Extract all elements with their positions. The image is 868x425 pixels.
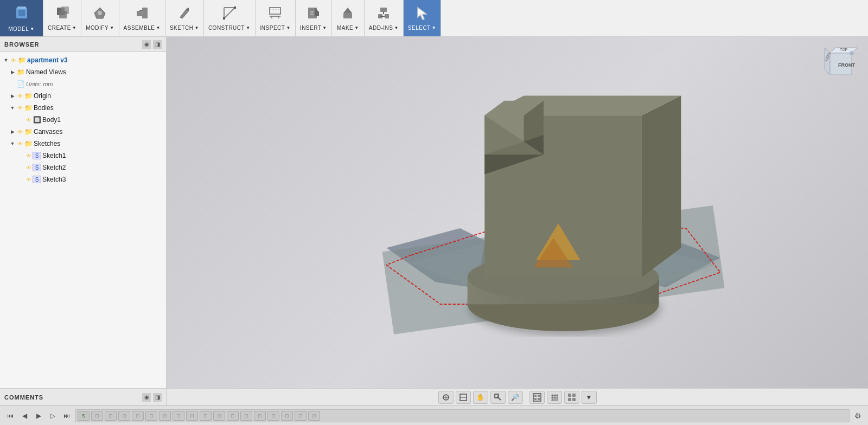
create-tool[interactable]: CREATE ▼ xyxy=(43,0,81,36)
construct-tool[interactable]: CONSTRUCT ▼ xyxy=(204,0,256,36)
tree-item-sketches[interactable]: 👁 📁 Sketches xyxy=(0,138,166,150)
zoom-out-btn[interactable]: 🔎 xyxy=(508,391,523,404)
origin-eye[interactable]: 👁 xyxy=(16,92,24,100)
sketches-label: Sketches xyxy=(34,140,60,147)
svg-rect-8 xyxy=(137,11,142,16)
modify-tool[interactable]: MODIFY ▼ xyxy=(81,0,119,36)
svg-text:FRONT: FRONT xyxy=(838,62,855,68)
origin-arrow[interactable] xyxy=(9,92,16,100)
timeline-item-4[interactable]: □ xyxy=(118,411,130,421)
timeline-track[interactable]: S □ □ □ □ □ □ □ □ □ □ □ □ □ □ □ □ □ xyxy=(75,409,850,422)
tree-item-body1[interactable]: 👁 🔲 Body1 xyxy=(0,114,166,126)
timeline-play-btn[interactable]: ▷ xyxy=(47,410,59,422)
view-cube[interactable]: FRONT LEFT TOP xyxy=(819,42,863,86)
render-mode-btn[interactable] xyxy=(529,391,545,404)
pan-btn[interactable]: ✋ xyxy=(473,391,488,404)
model-icon xyxy=(13,4,30,25)
root-label: apartment v3 xyxy=(27,56,68,64)
bodies-folder-icon: 📁 xyxy=(24,104,33,112)
timeline-next-btn[interactable]: ▶ xyxy=(33,410,44,422)
timeline-item-17[interactable]: □ xyxy=(295,411,307,421)
timeline-item-15[interactable]: □ xyxy=(267,411,279,421)
timeline-item-14[interactable]: □ xyxy=(254,411,266,421)
grid-snap-btn[interactable] xyxy=(438,391,454,404)
tree-item-bodies[interactable]: 👁 📁 Bodies xyxy=(0,102,166,114)
tree-item-units[interactable]: 📄 Units: mm xyxy=(0,78,166,90)
tree-item-namedviews[interactable]: 📁 Named Views xyxy=(0,66,166,78)
body1-label: Body1 xyxy=(42,116,61,124)
svg-rect-73 xyxy=(534,395,537,397)
zoom-fit-btn[interactable] xyxy=(490,391,506,404)
timeline-item-11[interactable]: □ xyxy=(213,411,225,421)
modify-icon xyxy=(92,5,107,24)
canvases-folder-icon: 📁 xyxy=(24,128,33,136)
sketch-tool[interactable]: SKETCH ▼ xyxy=(165,0,204,36)
tree-item-canvases[interactable]: 👁 📁 Canvases xyxy=(0,126,166,138)
namedviews-arrow[interactable] xyxy=(9,68,16,76)
view-options-btn[interactable] xyxy=(564,391,579,404)
origin-folder-icon: 📁 xyxy=(24,92,33,100)
3d-viewport[interactable]: FRONT LEFT TOP xyxy=(167,37,868,388)
tree-item-root[interactable]: 👁 📁 apartment v3 xyxy=(0,54,166,66)
sketch1-eye[interactable]: 👁 xyxy=(25,152,33,159)
bodies-arrow[interactable] xyxy=(9,104,16,112)
timeline-item-1[interactable]: S xyxy=(78,411,90,421)
timeline-item-7[interactable]: □ xyxy=(159,411,171,421)
timeline-prev-btn[interactable]: ◀ xyxy=(18,410,30,422)
main-area: BROWSER ◉ ◨ 👁 📁 apartment v3 📁 Named Vie… xyxy=(0,37,868,388)
sketches-eye[interactable]: 👁 xyxy=(16,140,24,147)
make-tool[interactable]: MAKE ▼ xyxy=(332,0,365,36)
inspect-tool[interactable]: INSPECT ▼ xyxy=(256,0,296,36)
bodies-label: Bodies xyxy=(34,104,54,112)
timeline-item-9[interactable]: □ xyxy=(186,411,198,421)
addins-tool[interactable]: ADD-INS ▼ xyxy=(365,0,404,36)
timeline-last-btn[interactable]: ⏭ xyxy=(61,410,73,422)
canvases-eye[interactable]: 👁 xyxy=(16,128,24,136)
sketch2-eye[interactable]: 👁 xyxy=(25,164,33,171)
tree-item-sketch1[interactable]: 👁 S Sketch1 xyxy=(0,150,166,162)
bodies-eye[interactable]: 👁 xyxy=(16,104,24,112)
timeline-item-3[interactable]: □ xyxy=(105,411,117,421)
insert-tool[interactable]: INSERT ▼ xyxy=(296,0,332,36)
root-eye[interactable]: 👁 xyxy=(10,56,17,64)
addins-label: ADD-INS ▼ xyxy=(369,25,399,31)
timeline-item-2[interactable]: □ xyxy=(91,411,103,421)
assemble-tool[interactable]: ASSEMBLE ▼ xyxy=(119,0,165,36)
timeline-bar: ⏮ ◀ ▶ ▷ ⏭ S □ □ □ □ □ □ □ □ □ □ □ □ □ □ … xyxy=(0,405,868,425)
sketch2-arrow xyxy=(17,164,25,171)
timeline-item-10[interactable]: □ xyxy=(200,411,212,421)
timeline-item-12[interactable]: □ xyxy=(227,411,239,421)
model-tool[interactable]: MODEL ▼ xyxy=(0,0,43,36)
timeline-settings-btn[interactable]: ⚙ xyxy=(852,410,864,422)
timeline-item-16[interactable]: □ xyxy=(281,411,293,421)
comments-settings-btn[interactable]: ◉ xyxy=(142,393,151,402)
timeline-item-13[interactable]: □ xyxy=(240,411,252,421)
units-folder-icon: 📄 xyxy=(16,80,25,88)
more-options-btn[interactable]: ▼ xyxy=(582,391,597,404)
main-toolbar: MODEL ▼ CREATE ▼ MODIFY ▼ xyxy=(0,0,868,37)
display-mode-btn[interactable] xyxy=(456,391,471,404)
sketch3-eye[interactable]: 👁 xyxy=(25,176,33,183)
browser-tree: 👁 📁 apartment v3 📁 Named Views 📄 Units: … xyxy=(0,52,166,388)
body1-eye[interactable]: 👁 xyxy=(25,116,33,124)
grid-display-btn[interactable] xyxy=(547,391,562,404)
timeline-item-8[interactable]: □ xyxy=(173,411,184,421)
browser-pin-btn[interactable]: ◉ xyxy=(142,40,151,49)
comments-collapse-btn[interactable]: ◨ xyxy=(153,393,162,402)
timeline-item-6[interactable]: □ xyxy=(145,411,157,421)
browser-collapse-btn[interactable]: ◨ xyxy=(153,40,162,49)
timeline-item-18[interactable]: □ xyxy=(308,411,320,421)
make-icon xyxy=(340,5,355,24)
tree-item-sketch2[interactable]: 👁 S Sketch2 xyxy=(0,162,166,173)
root-arrow[interactable] xyxy=(2,56,10,64)
status-bar: COMMENTS ◉ ◨ ✋ xyxy=(0,388,868,405)
tree-item-sketch3[interactable]: 👁 S Sketch3 xyxy=(0,173,166,185)
sketches-folder-icon: 📁 xyxy=(24,140,33,147)
browser-controls: ◉ ◨ xyxy=(142,40,162,49)
select-tool[interactable]: SELECT ▼ xyxy=(404,0,441,36)
tree-item-origin[interactable]: 👁 📁 Origin xyxy=(0,90,166,102)
timeline-item-5[interactable]: □ xyxy=(132,411,144,421)
timeline-first-btn[interactable]: ⏮ xyxy=(4,410,16,422)
sketches-arrow[interactable] xyxy=(9,140,16,147)
canvases-arrow[interactable] xyxy=(9,128,16,136)
